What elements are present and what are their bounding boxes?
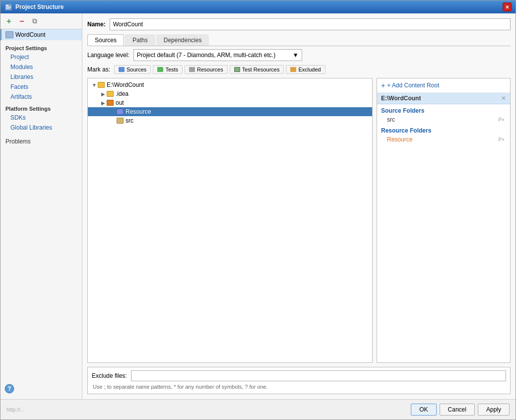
- tree-item-resource[interactable]: Resource: [88, 107, 372, 116]
- tree-item-out[interactable]: ▶ out: [88, 98, 372, 107]
- sidebar-item-libraries[interactable]: Libraries: [0, 72, 82, 82]
- mark-excluded-label: Excluded: [298, 67, 321, 72]
- tree-src-label: src: [126, 117, 133, 124]
- mark-tests-button[interactable]: Tests: [153, 65, 183, 74]
- info-item-resource: Resource P×: [377, 135, 510, 144]
- title-bar: Project Structure ✕: [0, 0, 516, 13]
- left-nav: Project Settings Project Modules Librari…: [0, 40, 82, 149]
- mark-resources-label: Resources: [197, 67, 223, 72]
- tree-item-src[interactable]: src: [88, 116, 372, 125]
- tree-out-label: out: [116, 99, 124, 106]
- mark-sources-button[interactable]: Sources: [114, 65, 151, 74]
- apply-button[interactable]: Apply: [478, 404, 510, 416]
- mark-test-resources-button[interactable]: Test Resources: [230, 65, 284, 74]
- platform-settings-title: Platform Settings: [0, 102, 82, 113]
- close-button[interactable]: ✕: [503, 2, 512, 11]
- exclude-label: Exclude files:: [92, 372, 127, 379]
- name-row: Name:: [87, 18, 511, 30]
- sidebar-item-modules[interactable]: Modules: [0, 62, 82, 72]
- sidebar-item-sdks[interactable]: SDKs: [0, 113, 82, 123]
- ok-button[interactable]: OK: [411, 404, 436, 416]
- source-folder-name: src: [387, 116, 497, 123]
- tree-arrow-resource: [110, 109, 117, 115]
- sidebar-item-project[interactable]: Project: [0, 52, 82, 62]
- footer: http://... OK Cancel Apply: [0, 399, 516, 420]
- language-row: Language level: Project default (7 - Dia…: [87, 49, 511, 61]
- root-folder-icon: [98, 82, 105, 88]
- exclude-section: Exclude files: Use ; to separate name pa…: [87, 367, 511, 394]
- tree-root-label: E:\WordCount: [107, 81, 144, 88]
- info-panel: + + Add Content Root E:\WordCount ✕ Sour…: [377, 78, 511, 363]
- src-folder-icon: [117, 118, 124, 124]
- add-content-root-label: + Add Content Root: [387, 82, 439, 89]
- mark-excluded-button[interactable]: Excluded: [286, 65, 325, 74]
- tree-resource-label: Resource: [126, 108, 151, 115]
- test-resources-folder-icon: [234, 67, 240, 72]
- mark-as-label: Mark as:: [87, 66, 110, 73]
- tree-arrow-out[interactable]: ▶: [100, 100, 107, 106]
- split-area: ▼ E:\WordCount ▶ .idea ▶: [87, 78, 511, 363]
- module-name: WordCount: [15, 31, 45, 38]
- tree-arrow-root[interactable]: ▼: [91, 82, 98, 88]
- remove-module-button[interactable]: −: [16, 16, 27, 27]
- resource-folders-title: Resource Folders: [377, 124, 510, 135]
- mark-resources-button[interactable]: Resources: [185, 65, 228, 74]
- tab-sources[interactable]: Sources: [87, 34, 124, 46]
- sidebar-item-global-libraries[interactable]: Global Libraries: [0, 123, 82, 133]
- excluded-folder-icon: [290, 67, 296, 72]
- language-select[interactable]: Project default (7 - Diamonds, ARM, mult…: [133, 49, 302, 61]
- close-root-button[interactable]: ✕: [501, 95, 506, 102]
- name-label: Name:: [87, 21, 106, 28]
- resources-folder-icon: [189, 67, 195, 72]
- cancel-button[interactable]: Cancel: [440, 404, 475, 416]
- tab-paths[interactable]: Paths: [125, 34, 155, 46]
- sources-folder-icon: [119, 67, 125, 72]
- source-folders-title: Source Folders: [377, 104, 510, 115]
- sidebar-item-artifacts[interactable]: Artifacts: [0, 92, 82, 102]
- chevron-down-icon: ▼: [293, 52, 299, 59]
- help-icon[interactable]: ?: [0, 380, 82, 399]
- language-select-value: Project default (7 - Diamonds, ARM, mult…: [137, 52, 275, 59]
- main-window: Project Structure ✕ + − ⧉ WordCount Proj…: [0, 0, 516, 420]
- exclude-input[interactable]: [131, 370, 506, 381]
- language-label: Language level:: [87, 52, 129, 59]
- copy-module-button[interactable]: ⧉: [29, 16, 40, 27]
- out-folder-icon: [107, 100, 114, 106]
- tree-arrow-idea[interactable]: ▶: [100, 91, 107, 97]
- svg-text:?: ?: [7, 385, 11, 392]
- resource-folder-icon: [117, 109, 124, 115]
- tree-root: ▼ E:\WordCount ▶ .idea ▶: [88, 78, 372, 127]
- svg-rect-4: [6, 8, 9, 9]
- tab-dependencies[interactable]: Dependencies: [156, 34, 209, 46]
- name-input[interactable]: [110, 18, 511, 30]
- module-icon: [5, 31, 13, 38]
- sidebar-item-facets[interactable]: Facets: [0, 82, 82, 92]
- main-content: + − ⧉ WordCount Project Settings Project…: [0, 13, 516, 399]
- footer-url: http://...: [6, 407, 408, 413]
- tree-idea-label: .idea: [116, 90, 129, 97]
- info-root-name: E:\WordCount: [381, 95, 501, 102]
- right-panel: Name: Sources Paths Dependencies Languag…: [82, 13, 516, 399]
- sidebar-item-problems[interactable]: Problems: [0, 137, 82, 146]
- left-toolbar: + − ⧉: [0, 13, 82, 29]
- tree-item-root[interactable]: ▼ E:\WordCount: [88, 80, 372, 89]
- source-folder-exclude-action[interactable]: P×: [497, 117, 506, 123]
- tree-item-idea[interactable]: ▶ .idea: [88, 89, 372, 98]
- svg-rect-1: [6, 5, 8, 6]
- window-icon: [4, 3, 12, 11]
- add-content-root-button[interactable]: + + Add Content Root: [377, 78, 510, 93]
- mark-as-row: Mark as: Sources Tests Resources Test Re…: [87, 65, 511, 74]
- module-item-wordcount[interactable]: WordCount: [0, 29, 82, 40]
- svg-rect-2: [6, 6, 11, 7]
- info-root-header: E:\WordCount ✕: [377, 93, 510, 104]
- mark-test-resources-label: Test Resources: [242, 67, 280, 72]
- left-panel: + − ⧉ WordCount Project Settings Project…: [0, 13, 82, 399]
- mark-sources-label: Sources: [127, 67, 146, 72]
- add-icon: +: [381, 81, 385, 89]
- add-module-button[interactable]: +: [3, 16, 14, 27]
- resource-folder-exclude-action[interactable]: P×: [497, 137, 506, 143]
- tabs-row: Sources Paths Dependencies: [87, 34, 511, 46]
- resource-folder-name: Resource: [387, 136, 497, 143]
- project-settings-title: Project Settings: [0, 43, 82, 52]
- idea-folder-icon: [107, 91, 114, 97]
